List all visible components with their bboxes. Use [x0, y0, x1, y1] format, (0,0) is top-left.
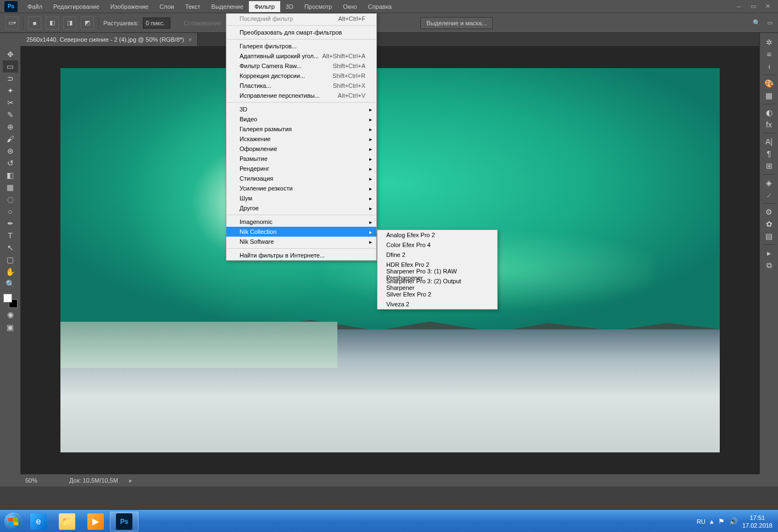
tray-volume-icon[interactable]: 🔊	[729, 517, 738, 525]
filter-menu-item[interactable]: Исправление перспективы...Alt+Ctrl+V	[226, 91, 376, 100]
menu-просмотр[interactable]: Просмотр	[299, 1, 337, 12]
maximize-button[interactable]: ▭	[749, 3, 757, 10]
marquee-tool[interactable]: ▭	[3, 60, 18, 72]
filter-menu-item[interactable]: Nik Collection▸	[226, 227, 376, 237]
blur-tool[interactable]: ◌	[3, 193, 18, 205]
layers-panel-icon[interactable]: ◈	[763, 177, 776, 189]
search-icon[interactable]: 🔍	[753, 19, 760, 26]
eraser-tool[interactable]: ◧	[3, 169, 18, 181]
zoom-tool[interactable]: 🔍	[3, 278, 18, 290]
paragraph-panel-icon[interactable]: ¶	[763, 148, 776, 160]
select-and-mask-button[interactable]: Выделение и маска...	[420, 17, 493, 29]
filter-menu-item[interactable]: Оформление▸	[226, 144, 376, 154]
paths-panel-icon[interactable]: ⟋	[763, 189, 776, 201]
status-arrow-icon[interactable]: ▸	[129, 477, 132, 484]
filter-menu-item[interactable]: Стилизация▸	[226, 173, 376, 183]
timeline-panel-icon[interactable]: ⧉	[763, 259, 776, 271]
hand-tool[interactable]: ✋	[3, 266, 18, 278]
menu-слои[interactable]: Слои	[154, 1, 180, 12]
type-tool[interactable]: T	[3, 229, 18, 242]
feather-input[interactable]	[143, 18, 170, 29]
menu-текст[interactable]: Текст	[180, 1, 206, 12]
filter-menu-item[interactable]: Другое▸	[226, 203, 376, 213]
screen-mode-icon[interactable]: ▣	[3, 321, 18, 333]
channels-panel-icon[interactable]: ▤	[763, 230, 776, 242]
close-button[interactable]: ✕	[764, 3, 771, 10]
brush-tool[interactable]: 🖌	[3, 133, 18, 145]
nik-submenu-item[interactable]: Color Efex Pro 4	[377, 240, 497, 250]
quick-mask-icon[interactable]: ◉	[3, 309, 18, 321]
compass-panel-icon[interactable]: ✲	[763, 36, 776, 48]
histogram-panel-icon[interactable]: ⫞	[763, 60, 776, 72]
path-select-tool[interactable]: ↖	[3, 242, 18, 254]
filter-menu-item[interactable]: Nik Software▸	[226, 237, 376, 247]
character-panel-icon[interactable]: A|	[763, 136, 776, 148]
menu-выделение[interactable]: Выделение	[206, 1, 249, 12]
actions-panel-icon[interactable]: ▸	[763, 247, 776, 259]
menu-фильтр[interactable]: Фильтр	[249, 1, 280, 12]
filter-menu-item[interactable]: Видео▸	[226, 114, 376, 124]
lasso-tool[interactable]: ⊃	[3, 72, 18, 85]
glyphs-panel-icon[interactable]: ⊞	[763, 160, 776, 172]
brushes-panel-icon[interactable]: ✿	[763, 218, 776, 230]
filter-menu-item[interactable]: Фильтр Camera Raw...Shift+Ctrl+A	[226, 61, 376, 71]
tray-clock[interactable]: 17:51 17.02.2018	[742, 514, 773, 529]
taskbar-ie-icon[interactable]: e	[24, 512, 53, 531]
menu-изображение[interactable]: Изображение	[105, 1, 154, 12]
filter-menu-item[interactable]: Шум▸	[226, 193, 376, 203]
nik-submenu-item[interactable]: Analog Efex Pro 2	[377, 230, 497, 240]
clone-tool[interactable]: ⊛	[3, 145, 18, 157]
taskbar-photoshop-icon[interactable]: Ps	[110, 512, 138, 531]
subtract-selection-icon[interactable]: ◨	[63, 16, 76, 30]
filter-menu-item[interactable]: Размытие▸	[226, 154, 376, 164]
tray-flag-icon[interactable]: ⚑	[718, 517, 725, 525]
nik-submenu-item[interactable]: Sharpener Pro 3: (2) Output Sharpener	[377, 279, 497, 289]
filter-menu-item[interactable]: Imagenomic▸	[226, 217, 376, 227]
nik-submenu-item[interactable]: Viveza 2	[377, 299, 497, 309]
filter-menu-item[interactable]: Пластика...Shift+Ctrl+X	[226, 81, 376, 91]
menu-справка[interactable]: Справка	[363, 1, 397, 12]
menu-окно[interactable]: Окно	[337, 1, 363, 12]
crop-tool[interactable]: ✂	[3, 97, 18, 109]
swatches-panel-icon[interactable]: ▦	[763, 89, 776, 102]
nik-submenu-item[interactable]: Dfine 2	[377, 250, 497, 260]
workspace-icon[interactable]: ▭	[767, 19, 773, 26]
document-tab[interactable]: 2560x1440. Северное сияние - 2 (4).jpg @…	[21, 33, 198, 46]
gradient-tool[interactable]: ▦	[3, 181, 18, 193]
minimize-button[interactable]: ─	[735, 3, 743, 10]
taskbar-explorer-icon[interactable]: 📁	[53, 512, 81, 531]
intersect-selection-icon[interactable]: ◩	[81, 16, 94, 30]
filter-menu-item[interactable]: Искажение▸	[226, 134, 376, 144]
move-tool[interactable]: ✥	[3, 48, 18, 60]
adjustments-panel-icon[interactable]: ◐	[763, 107, 776, 119]
brush-settings-panel-icon[interactable]: ⚙	[763, 206, 776, 218]
menu-файл[interactable]: Файл	[22, 1, 48, 12]
taskbar-media-icon[interactable]: ▶	[81, 512, 110, 531]
filter-menu-item[interactable]: 3D▸	[226, 104, 376, 114]
filter-menu-item[interactable]: Галерея фильтров...	[226, 41, 376, 51]
filter-menu-item[interactable]: Последний фильтрAlt+Ctrl+F	[226, 14, 376, 24]
antialias-checkbox-label[interactable]: Сглаживание	[184, 20, 221, 26]
language-indicator[interactable]: RU	[697, 518, 705, 525]
magic-wand-tool[interactable]: ✦	[3, 85, 18, 97]
rectangle-tool[interactable]: ▢	[3, 254, 18, 266]
add-selection-icon[interactable]: ◧	[46, 16, 59, 30]
history-brush-tool[interactable]: ↺	[3, 157, 18, 169]
history-panel-icon[interactable]: ≡	[763, 48, 776, 60]
filter-menu-item[interactable]: Преобразовать для смарт-фильтров	[226, 27, 376, 37]
foreground-color-swatch[interactable]	[3, 294, 12, 303]
eyedropper-tool[interactable]: ✎	[3, 109, 18, 121]
menu-редактирование[interactable]: Редактирование	[48, 1, 105, 12]
pen-tool[interactable]: ✒	[3, 217, 18, 229]
color-swatches[interactable]	[3, 294, 18, 308]
filter-menu-item[interactable]: Адаптивный широкий угол...Alt+Shift+Ctrl…	[226, 51, 376, 61]
menu-3d[interactable]: 3D	[280, 1, 299, 12]
filter-menu-item[interactable]: Рендеринг▸	[226, 164, 376, 173]
styles-panel-icon[interactable]: fx	[763, 119, 776, 131]
spot-heal-tool[interactable]: ⊕	[3, 121, 18, 133]
tool-preset-icon[interactable]: ▭▾	[5, 16, 19, 30]
start-button[interactable]	[2, 512, 24, 531]
zoom-level[interactable]: 50%	[25, 477, 58, 484]
dodge-tool[interactable]: ○	[3, 205, 18, 217]
color-panel-icon[interactable]: 🎨	[763, 77, 776, 89]
